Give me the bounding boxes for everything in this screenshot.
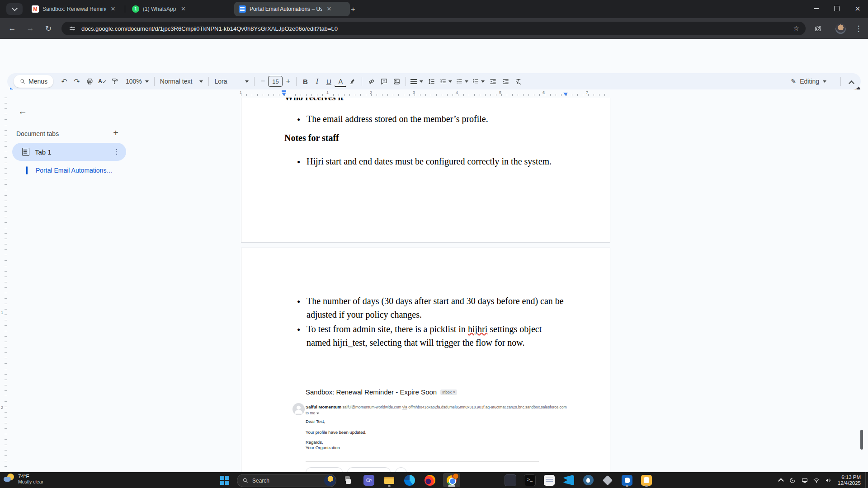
start-button[interactable]	[216, 473, 233, 487]
extensions-icon[interactable]	[812, 23, 824, 34]
sidebar-item-tab1[interactable]: Tab 1 ⋮	[12, 143, 126, 161]
reload-button[interactable]: ↻	[42, 23, 54, 34]
tab-close-icon[interactable]: ✕	[179, 5, 187, 13]
edge-browser-icon[interactable]	[401, 473, 418, 487]
forward-button[interactable]: →	[24, 23, 36, 34]
font-family-select[interactable]: Lora	[212, 75, 251, 87]
horizontal-ruler[interactable]: 1 1 2 3 4 5 6 7	[0, 89, 868, 98]
underline-button[interactable]: U	[323, 75, 335, 87]
ruler-number: 6	[542, 90, 545, 95]
tab-close-icon[interactable]: ✕	[326, 5, 333, 13]
redo-button[interactable]: ↷	[71, 75, 83, 87]
tray-overflow-chevron[interactable]	[775, 474, 787, 486]
highlight-color-button[interactable]	[346, 75, 359, 87]
tab1-label: Tab 1	[35, 148, 52, 156]
chrome-browser-icon[interactable]	[443, 473, 460, 487]
window-close-button[interactable]: ✕	[847, 0, 868, 17]
gmail-icon: M	[32, 5, 39, 13]
task-view-button[interactable]	[340, 473, 357, 487]
vscode-icon[interactable]	[560, 473, 577, 487]
increase-indent-button[interactable]	[499, 75, 512, 87]
menus-label: Menus	[28, 78, 47, 85]
window-maximize-button[interactable]	[826, 0, 847, 17]
new-tab-button[interactable]: +	[348, 5, 358, 14]
bulleted-list-button[interactable]	[454, 75, 470, 87]
back-button[interactable]: ←	[6, 23, 18, 34]
file-explorer-icon[interactable]	[381, 473, 398, 487]
tab1-options-kebab-icon[interactable]: ⋮	[113, 148, 120, 156]
collapse-toolbar-button[interactable]	[849, 79, 854, 87]
browser-profile-avatar[interactable]	[835, 23, 846, 34]
tab-close-icon[interactable]: ✕	[109, 5, 117, 13]
document-page-2[interactable]: The number of days (30 days after start …	[241, 248, 610, 472]
outline-heading-item[interactable]: Portal Email Automations…	[26, 166, 113, 174]
chat-app-icon[interactable]	[360, 473, 377, 487]
numbered-list-button[interactable]	[470, 75, 486, 87]
search-placeholder: Search	[252, 478, 324, 484]
email-sender-line: Saiful Momentum saiful@momentum-worldwid…	[306, 404, 567, 409]
address-bar[interactable]: docs.google.com/document/d/1jpc3R6Cmpii0…	[61, 22, 806, 35]
database-app-icon[interactable]	[618, 473, 636, 487]
browser-tab-whatsapp[interactable]: 1 (1) WhatsApp ✕	[127, 2, 232, 16]
misspelled-word: hijhri	[468, 324, 487, 334]
vertical-scrollbar-thumb[interactable]	[860, 430, 863, 450]
show-desktop-button[interactable]	[865, 472, 868, 488]
editing-mode-select[interactable]: ✎ Editing	[785, 75, 832, 88]
paragraph-style-select[interactable]: Normal text	[157, 75, 206, 87]
bold-button[interactable]: B	[299, 75, 311, 87]
tray-volume-icon[interactable]	[822, 474, 834, 486]
toolbar-menus-search-button[interactable]: Menus	[14, 75, 53, 88]
app-icon-diamond[interactable]	[599, 473, 616, 487]
active-indicator	[448, 485, 455, 487]
running-indicator	[626, 485, 628, 487]
add-comment-button[interactable]	[377, 75, 390, 87]
terminal-icon[interactable]: >_	[521, 473, 538, 487]
doc-heading: Notes for staff	[284, 133, 339, 143]
paint-format-button[interactable]	[108, 75, 121, 87]
postgresql-icon[interactable]	[580, 473, 597, 487]
checklist-button[interactable]	[438, 75, 454, 87]
browser-tab-gmail[interactable]: M Sandbox: Renewal Reminder - E ✕	[27, 2, 132, 16]
tray-moon-icon[interactable]	[787, 474, 799, 486]
taskbar-clock[interactable]: 6:13 PM 12/4/2025	[838, 474, 861, 486]
text-color-button[interactable]: A	[335, 77, 346, 87]
document-page-1[interactable]: Who receives it The email address stored…	[241, 98, 610, 243]
clear-formatting-button[interactable]	[512, 75, 524, 87]
right-indent-marker[interactable]	[563, 93, 568, 96]
zoom-select[interactable]: 100%	[123, 75, 151, 87]
notepad-icon[interactable]	[541, 473, 558, 487]
firefox-browser-icon[interactable]	[421, 473, 439, 487]
tab-search-button[interactable]	[6, 3, 23, 15]
decrease-indent-button[interactable]	[486, 75, 499, 87]
first-line-indent-marker[interactable]	[282, 90, 286, 92]
undo-button[interactable]: ↶	[58, 75, 71, 87]
print-button[interactable]	[83, 75, 96, 87]
line-spacing-button[interactable]	[425, 75, 438, 87]
weather-widget[interactable]: 74°F Mostly clear	[4, 474, 43, 484]
doc-heading-clipped: Who receives it	[284, 98, 344, 103]
decrease-font-size-button[interactable]: −	[257, 75, 268, 87]
ruler-number: 2	[1, 405, 3, 410]
browser-menu-kebab-icon[interactable]: ⋮	[853, 23, 864, 34]
spell-check-button[interactable]: A	[96, 75, 108, 87]
url-text: docs.google.com/document/d/1jpc3R6Cmpii0…	[81, 25, 338, 32]
tray-display-icon[interactable]	[799, 474, 811, 486]
insert-image-button[interactable]	[390, 75, 403, 87]
insert-link-button[interactable]	[365, 75, 377, 87]
taskbar-search-box[interactable]: Search	[237, 474, 336, 487]
site-settings-icon[interactable]	[69, 25, 76, 32]
weather-desc: Mostly clear	[18, 479, 43, 484]
bookmark-star-icon[interactable]: ☆	[793, 24, 799, 33]
italic-button[interactable]: I	[311, 75, 323, 87]
tray-wifi-icon[interactable]	[811, 474, 822, 486]
browser-tab-docs-active[interactable]: Portal Email Automations – Use ✕	[234, 2, 350, 16]
left-indent-marker[interactable]	[282, 93, 286, 96]
increase-font-size-button[interactable]: +	[283, 75, 293, 87]
align-button[interactable]	[409, 75, 425, 87]
font-size-input[interactable]: 15	[268, 76, 283, 87]
files-app-icon[interactable]	[638, 473, 655, 487]
window-minimize-button[interactable]	[806, 0, 826, 17]
add-document-tab-button[interactable]: +	[109, 127, 122, 139]
app-icon-dark-editor[interactable]	[502, 473, 519, 487]
close-sidebar-back-button[interactable]: ←	[16, 105, 29, 117]
